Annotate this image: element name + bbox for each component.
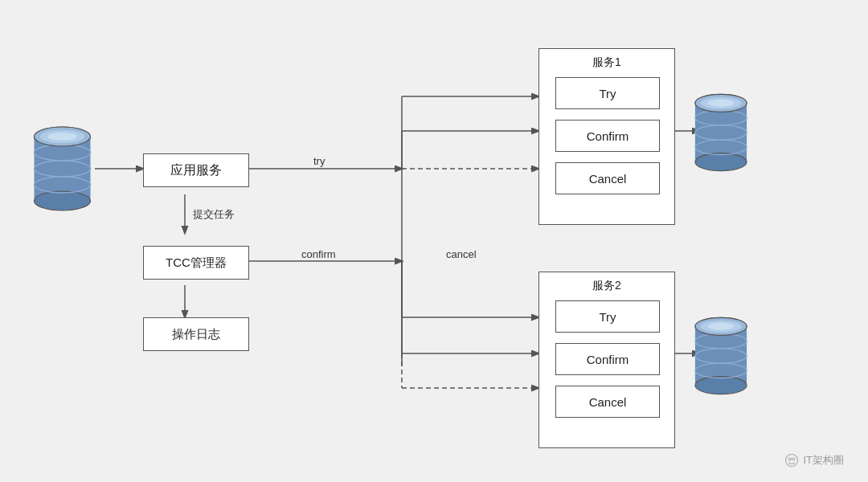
submit-task-label: 提交任务 bbox=[193, 207, 235, 222]
left-database bbox=[32, 120, 92, 217]
diagram-container: 应用服务 提交任务 TCC管理器 操作日志 try confirm cancel… bbox=[0, 0, 868, 482]
svg-point-27 bbox=[48, 133, 77, 141]
svg-point-36 bbox=[708, 100, 735, 107]
try-label: try bbox=[313, 155, 325, 167]
service1-cancel-box: Cancel bbox=[555, 162, 660, 194]
svg-point-45 bbox=[708, 323, 735, 330]
watermark-text: IT架构圈 bbox=[803, 453, 844, 468]
app-service-label: 应用服务 bbox=[170, 162, 222, 179]
service1-try-box: Try bbox=[555, 77, 660, 109]
svg-point-47 bbox=[789, 458, 792, 460]
app-service-box: 应用服务 bbox=[143, 153, 249, 187]
service2-try-box: Try bbox=[555, 300, 660, 333]
svg-point-48 bbox=[792, 458, 795, 460]
right-database-2 bbox=[693, 312, 749, 400]
service2-confirm-box: Confirm bbox=[555, 343, 660, 375]
service2-group: 服务2 Try Confirm Cancel bbox=[538, 272, 675, 448]
service2-cancel-box: Cancel bbox=[555, 386, 660, 418]
confirm-label: confirm bbox=[301, 248, 336, 260]
tcc-manager-label: TCC管理器 bbox=[166, 255, 227, 271]
right-database-1 bbox=[693, 88, 749, 177]
svg-point-21 bbox=[35, 191, 91, 210]
service2-label: 服务2 bbox=[592, 279, 621, 293]
service1-confirm-box: Confirm bbox=[555, 120, 660, 152]
operation-log-label: 操作日志 bbox=[172, 327, 220, 342]
svg-point-30 bbox=[695, 153, 747, 171]
arrows-svg bbox=[0, 0, 868, 482]
service1-group: 服务1 Try Confirm Cancel bbox=[538, 48, 675, 225]
watermark: IT架构圈 bbox=[784, 453, 844, 468]
service1-label: 服务1 bbox=[592, 55, 621, 70]
svg-point-39 bbox=[695, 377, 747, 394]
operation-log-box: 操作日志 bbox=[143, 317, 249, 351]
cancel-label: cancel bbox=[446, 248, 477, 260]
svg-point-46 bbox=[786, 455, 798, 467]
tcc-manager-box: TCC管理器 bbox=[143, 246, 249, 280]
